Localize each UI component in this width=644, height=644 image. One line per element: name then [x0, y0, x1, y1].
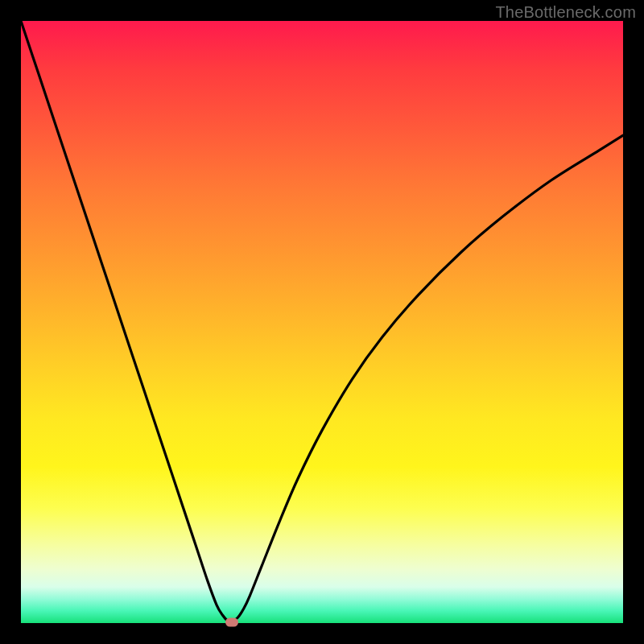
outer-frame: TheBottleneck.com — [0, 0, 644, 644]
watermark-text: TheBottleneck.com — [495, 3, 636, 22]
bottleneck-curve — [21, 21, 623, 623]
plot-area — [21, 21, 623, 623]
curve-path — [21, 21, 623, 622]
optimum-marker — [225, 617, 238, 626]
